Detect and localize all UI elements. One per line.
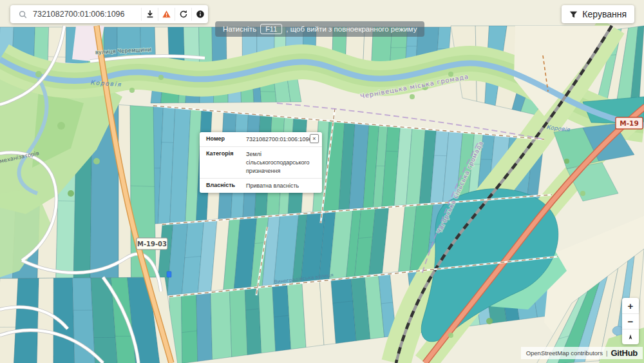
popup-row-category: Категорія Землі сільськогосподарського п… <box>200 146 322 178</box>
warning-button[interactable] <box>158 8 175 21</box>
parcel-info-popup: × Номер 7321082700:01:006:1096 Категорія… <box>200 132 322 193</box>
parcel <box>14 279 39 363</box>
popup-close-button[interactable]: × <box>310 134 319 143</box>
refresh-icon <box>179 10 188 19</box>
attribution-separator: | <box>606 349 607 357</box>
map-marker[interactable] <box>167 271 171 277</box>
map-app: вулиця Черемшини Коровія Коровія Черніве… <box>0 0 644 363</box>
manage-button[interactable]: Керування <box>562 5 634 23</box>
compass-button[interactable] <box>622 329 639 344</box>
popup-field-label: Номер <box>206 135 246 144</box>
github-logo[interactable]: GitHub <box>611 348 638 358</box>
popup-field-value: Приватна власність <box>246 182 316 190</box>
parcel <box>230 289 248 357</box>
parcel <box>182 294 198 363</box>
svg-text:М-19: М-19 <box>620 119 638 127</box>
zoom-control: + − <box>622 298 639 344</box>
road-badge-m19: М-19 <box>616 117 643 129</box>
warning-icon <box>162 10 171 19</box>
toast-suffix: , щоб вийти з повноекранного режиму <box>286 25 417 33</box>
toast-prefix: Натисніть <box>223 25 256 33</box>
manage-button-label: Керування <box>582 9 627 19</box>
popup-row-number: Номер 7321082700:01:006:1096 <box>200 132 322 146</box>
road-badge-m19-03: М-19-03 <box>137 238 167 250</box>
zoom-out-button[interactable]: − <box>622 313 639 329</box>
download-icon <box>146 10 155 19</box>
svg-text:М-19-03: М-19-03 <box>137 240 167 248</box>
map-canvas[interactable]: вулиця Черемшини Коровія Коровія Черніве… <box>0 0 644 363</box>
parcel <box>196 292 213 361</box>
popup-field-value: 7321082700:01:006:1096 <box>246 135 316 144</box>
info-icon <box>196 10 205 19</box>
parcel <box>130 106 156 278</box>
compass-icon <box>627 333 634 341</box>
popup-field-label: Категорія <box>206 150 246 175</box>
parcel <box>211 290 232 359</box>
info-button[interactable] <box>191 8 208 21</box>
f11-key-badge: F11 <box>260 24 282 34</box>
popup-field-value: Землі сільськогосподарського призначення <box>246 150 316 175</box>
refresh-button[interactable] <box>175 8 191 21</box>
fullscreen-toast: Натисніть F11 , щоб вийти з повноекранно… <box>215 21 424 37</box>
parcel <box>37 278 53 363</box>
download-button[interactable] <box>141 8 158 21</box>
search-input[interactable] <box>28 10 141 19</box>
filter-icon <box>569 10 578 19</box>
popup-row-ownership: Власність Приватна власність <box>200 178 322 193</box>
osm-attribution-link[interactable]: OpenStreetMap contributors <box>526 349 603 357</box>
search-bar <box>10 5 208 23</box>
zoom-in-button[interactable]: + <box>622 298 639 313</box>
attribution-bar: OpenStreetMap contributors | GitHub <box>521 347 643 359</box>
popup-field-label: Власність <box>206 182 246 190</box>
search-icon <box>18 10 28 19</box>
